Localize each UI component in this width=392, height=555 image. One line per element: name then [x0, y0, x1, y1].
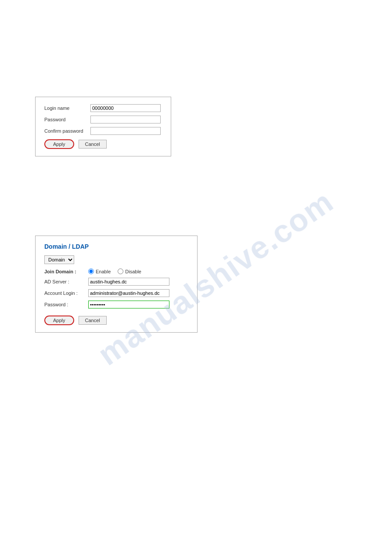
apply-button-top[interactable]: Apply — [44, 139, 74, 149]
domain-dropdown[interactable]: Domain LDAP — [44, 255, 74, 264]
join-domain-label: Join Domain : — [44, 269, 88, 274]
password-label: Password — [44, 117, 90, 122]
domain-title: Domain / LDAP — [44, 243, 188, 250]
account-login-input[interactable] — [88, 289, 169, 297]
domain-password-label: Password : — [44, 302, 88, 307]
domain-password-input[interactable] — [88, 301, 169, 308]
disable-option[interactable]: Disable — [118, 268, 141, 274]
disable-label: Disable — [125, 269, 141, 274]
ad-server-label: AD Server : — [44, 279, 88, 284]
login-form-box: Login name Password Confirm password App… — [35, 97, 171, 156]
login-name-input[interactable] — [90, 104, 161, 112]
apply-button-domain[interactable]: Apply — [44, 316, 74, 325]
confirm-password-label: Confirm password — [44, 128, 90, 134]
enable-label: Enable — [96, 269, 111, 274]
enable-radio[interactable] — [88, 268, 94, 274]
top-form-buttons: Apply Cancel — [44, 139, 162, 149]
domain-select-row: Domain LDAP — [44, 255, 188, 264]
ad-server-row: AD Server : — [44, 278, 188, 286]
join-domain-row: Join Domain : Enable Disable — [44, 268, 188, 274]
domain-form-buttons: Apply Cancel — [44, 316, 188, 325]
join-domain-radio-group: Enable Disable — [88, 268, 141, 274]
account-login-row: Account Login : — [44, 289, 188, 297]
disable-radio[interactable] — [118, 268, 123, 274]
domain-password-row: Password : — [44, 301, 188, 308]
confirm-password-row: Confirm password — [44, 127, 162, 135]
account-login-label: Account Login : — [44, 290, 88, 296]
cancel-button-domain[interactable]: Cancel — [79, 316, 107, 325]
password-row: Password — [44, 116, 162, 123]
cancel-button-top[interactable]: Cancel — [79, 140, 107, 149]
confirm-password-input[interactable] — [90, 127, 161, 135]
enable-option[interactable]: Enable — [88, 268, 111, 274]
domain-ldap-box: Domain / LDAP Domain LDAP Join Domain : … — [35, 236, 198, 333]
login-name-row: Login name — [44, 104, 162, 112]
password-input[interactable] — [90, 116, 161, 123]
login-name-label: Login name — [44, 105, 90, 111]
ad-server-input[interactable] — [88, 278, 169, 286]
